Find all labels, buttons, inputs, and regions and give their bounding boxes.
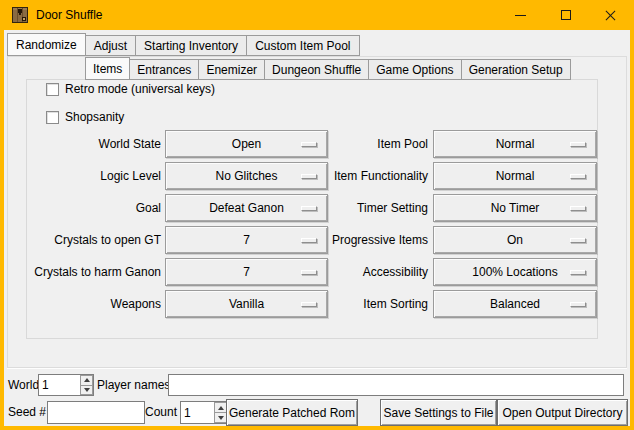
weapons-dropdown[interactable]: Vanilla — [165, 290, 328, 318]
retro-mode-checkbox-row: Retro mode (universal keys) — [46, 82, 215, 96]
dropdown-indicator-icon — [570, 206, 586, 211]
worlds-input[interactable] — [39, 375, 80, 395]
worlds-spin-down-button[interactable] — [80, 386, 93, 396]
close-button[interactable] — [588, 0, 633, 30]
item-sorting-value: Balanced — [490, 297, 540, 311]
seed-input[interactable] — [47, 401, 145, 424]
shopsanity-checkbox-row: Shopsanity — [46, 110, 124, 124]
generate-patched-rom-button[interactable]: Generate Patched Rom — [226, 399, 358, 426]
player-names-label: Player names — [97, 374, 170, 396]
item-functionality-dropdown[interactable]: Normal — [433, 162, 597, 190]
tab-custom-item-pool[interactable]: Custom Item Pool — [247, 35, 359, 56]
dropdown-indicator-icon — [570, 174, 586, 179]
count-label: Count — [145, 399, 177, 426]
weapons-label: Weapons — [4, 290, 161, 318]
timer-setting-dropdown[interactable]: No Timer — [433, 194, 597, 222]
seed-label: Seed # — [8, 399, 46, 426]
item-pool-dropdown[interactable]: Normal — [433, 130, 597, 158]
crystals-ganon-dropdown[interactable]: 7 — [165, 258, 328, 286]
crystals-ganon-value: 7 — [243, 265, 250, 279]
subtab-items[interactable]: Items — [85, 57, 130, 80]
save-settings-button[interactable]: Save Settings to File — [380, 399, 497, 426]
subtab-generation-setup[interactable]: Generation Setup — [462, 59, 571, 80]
sub-tab-bar: Items Entrances Enemizer Dungeon Shuffle… — [85, 57, 571, 80]
dropdown-indicator-icon — [570, 270, 586, 275]
tab-adjust[interactable]: Adjust — [86, 35, 136, 56]
count-spinbox — [180, 401, 228, 424]
crystals-gt-dropdown[interactable]: 7 — [165, 226, 328, 254]
accessibility-value: 100% Locations — [472, 265, 557, 279]
logic-level-label: Logic Level — [4, 162, 161, 190]
item-pool-value: Normal — [496, 137, 535, 151]
worlds-spin-buttons — [80, 375, 93, 395]
dropdown-indicator-icon — [570, 238, 586, 243]
accessibility-label: Accessibility — [326, 258, 428, 286]
logic-level-dropdown[interactable]: No Glitches — [165, 162, 328, 190]
weapons-value: Vanilla — [229, 297, 264, 311]
crystals-ganon-label: Crystals to harm Ganon — [4, 258, 161, 286]
timer-setting-label: Timer Setting — [326, 194, 428, 222]
progressive-items-dropdown[interactable]: On — [433, 226, 597, 254]
player-names-input[interactable] — [168, 374, 624, 396]
shopsanity-label: Shopsanity — [65, 110, 124, 124]
open-output-directory-button[interactable]: Open Output Directory — [497, 399, 628, 426]
dropdown-indicator-icon — [570, 142, 586, 147]
maximize-icon — [561, 10, 571, 20]
retro-mode-checkbox[interactable] — [46, 83, 59, 96]
arrow-up-icon — [84, 378, 90, 382]
tab-randomize[interactable]: Randomize — [7, 33, 86, 56]
crystals-gt-value: 7 — [243, 233, 250, 247]
app-window: Door Shuffle Randomize Adjust Starting I… — [0, 0, 634, 430]
dropdown-indicator-icon — [570, 302, 586, 307]
minimize-icon — [515, 15, 526, 16]
item-functionality-value: Normal — [496, 169, 535, 183]
close-icon — [604, 9, 617, 22]
goal-label: Goal — [4, 194, 161, 222]
progressive-items-label: Progressive Items — [326, 226, 428, 254]
item-sorting-label: Item Sorting — [326, 290, 428, 318]
dropdown-indicator-icon — [301, 142, 317, 147]
logic-level-value: No Glitches — [215, 169, 277, 183]
subtab-enemizer[interactable]: Enemizer — [199, 59, 265, 80]
subtab-game-options[interactable]: Game Options — [369, 59, 461, 80]
crystals-gt-label: Crystals to open GT — [4, 226, 161, 254]
window-title: Door Shuffle — [36, 0, 103, 30]
door-app-icon — [12, 7, 28, 23]
dropdown-indicator-icon — [301, 302, 317, 307]
minimize-button[interactable] — [498, 0, 543, 30]
world-state-value: Open — [232, 137, 261, 151]
arrow-up-icon — [218, 406, 224, 410]
tab-starting-inventory[interactable]: Starting Inventory — [136, 35, 247, 56]
arrow-down-icon — [84, 388, 90, 392]
accessibility-dropdown[interactable]: 100% Locations — [433, 258, 597, 286]
dropdown-indicator-icon — [301, 238, 317, 243]
dropdown-indicator-icon — [301, 270, 317, 275]
count-input[interactable] — [181, 402, 214, 423]
client-area: Randomize Adjust Starting Inventory Cust… — [4, 30, 630, 426]
retro-mode-label: Retro mode (universal keys) — [65, 82, 215, 96]
dropdown-indicator-icon — [301, 174, 317, 179]
worlds-spin-up-button[interactable] — [80, 375, 93, 386]
main-tab-bar: Randomize Adjust Starting Inventory Cust… — [7, 33, 360, 56]
subtab-dungeon-shuffle[interactable]: Dungeon Shuffle — [265, 59, 369, 80]
goal-dropdown[interactable]: Defeat Ganon — [165, 194, 328, 222]
title-bar[interactable]: Door Shuffle — [0, 0, 634, 30]
progressive-items-value: On — [507, 233, 523, 247]
world-state-label: World State — [4, 130, 161, 158]
worlds-spinbox — [38, 374, 94, 396]
subtab-entrances[interactable]: Entrances — [130, 59, 199, 80]
timer-setting-value: No Timer — [491, 201, 540, 215]
arrow-down-icon — [218, 416, 224, 420]
goal-value: Defeat Ganon — [209, 201, 284, 215]
item-sorting-dropdown[interactable]: Balanced — [433, 290, 597, 318]
item-functionality-label: Item Functionality — [326, 162, 428, 190]
item-pool-label: Item Pool — [326, 130, 428, 158]
dropdown-indicator-icon — [301, 206, 317, 211]
shopsanity-checkbox[interactable] — [46, 111, 59, 124]
maximize-button[interactable] — [543, 0, 588, 30]
world-state-dropdown[interactable]: Open — [165, 130, 328, 158]
